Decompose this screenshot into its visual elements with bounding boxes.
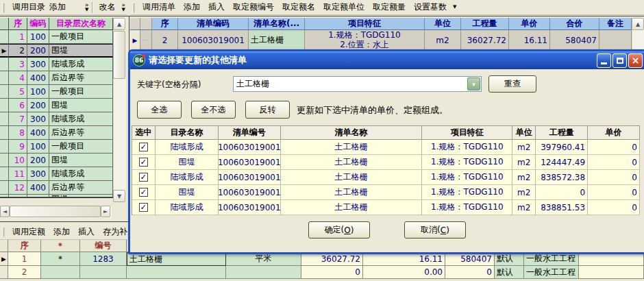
ok-button[interactable]: 确定(O)	[308, 221, 370, 239]
menu-get-quota-number[interactable]: 取定额编号	[229, 1, 278, 14]
col-unit[interactable]: 单位	[512, 126, 536, 140]
toolbar-overflow-icon[interactable]: ▼	[451, 5, 458, 10]
dialog-row[interactable]: ✓ 陆域形成 100603019001 土工格栅 1.规格：TGDG110 m2…	[132, 140, 640, 155]
menu-call-quota[interactable]: 调用定额	[8, 225, 49, 239]
col-list-name[interactable]: 清单名称	[281, 126, 423, 140]
col-qty[interactable]: 工程量	[461, 18, 509, 30]
toolbar-overflow-icon[interactable]: »▼	[119, 3, 127, 12]
dialog-row[interactable]: ✓ 围堤 100603019001 土工格栅 1.规格：TGDG110 m2 1…	[132, 155, 640, 170]
close-button[interactable]: ×	[628, 53, 643, 68]
menu-call-list[interactable]: 调用清单	[138, 1, 179, 14]
col-seq[interactable]: 序	[9, 18, 27, 30]
current-row-marker: ▶	[130, 30, 140, 51]
row-checkbox[interactable]: ✓	[139, 173, 148, 182]
menu-set-base[interactable]: 设置基数	[410, 1, 451, 14]
scroll-up-icon[interactable]: ▲	[113, 18, 125, 30]
catalog-hscroll-thumb[interactable]	[10, 206, 101, 217]
maximize-button[interactable]	[612, 53, 627, 68]
catalog-row[interactable]: 7 300 陆域形成	[0, 112, 113, 126]
col-list-code[interactable]: 清单编号	[219, 126, 281, 140]
row-checkbox[interactable]: ✓	[139, 143, 148, 151]
col-price[interactable]: 单价	[509, 18, 550, 30]
col-seq[interactable]: 序	[8, 240, 41, 252]
catalog-toolbar: 调用目录 添加 »▼ 改名 »▼	[0, 0, 127, 15]
catalog-row[interactable]: 10 200 围堤	[0, 154, 113, 167]
catalog-row[interactable]: 3 300 陆域形成	[0, 58, 113, 71]
menu-get-quota-name[interactable]: 取定额名	[278, 1, 319, 14]
selected-cell[interactable]: 土工格栅	[127, 252, 226, 266]
minimize-button[interactable]	[597, 53, 611, 68]
catalog-row[interactable]: 12 400 后边界等	[0, 181, 113, 195]
menu-get-quota-unit[interactable]: 取定额单位	[319, 1, 369, 14]
catalog-row[interactable]: 4 400 后边界等	[0, 71, 113, 85]
dialog-row[interactable]: ✓ 陆域形成 100603019001 土工格栅 1.规格：TGDG110 m2…	[132, 170, 640, 185]
cancel-button[interactable]: 取消(C)	[404, 221, 466, 239]
row-checkbox[interactable]: ✓	[139, 188, 148, 197]
quota-row[interactable]: ▶ 1 * 1283 土工格栅 平米 36027.72 16.11 580407…	[0, 252, 644, 266]
combo-dropdown-icon[interactable]: ▾	[467, 77, 480, 90]
menu-call-catalog[interactable]: 调用目录	[8, 1, 49, 14]
menu-insert-quota[interactable]: 插入	[74, 225, 99, 239]
catalog-row-partial[interactable]: 围堤	[0, 195, 113, 198]
col-price[interactable]: 单价	[588, 126, 640, 140]
dialog-titlebar[interactable]: 86 请选择要更新的其他清单 ×	[130, 51, 644, 69]
col-code[interactable]: 编码	[27, 18, 49, 30]
toolbar-grip[interactable]	[132, 2, 135, 13]
catalog-row[interactable]: 11 300 陆域形成	[0, 167, 113, 181]
quota-row[interactable]: 2 0 0.00 0 默认 一般水工工程	[0, 266, 644, 279]
col-feature[interactable]: 项目特征	[422, 126, 512, 140]
list-row[interactable]: ▶ ⋯ 2 100603019001 土工格栅 1.规格：TGDG110 2.位…	[130, 30, 632, 51]
row-checkbox[interactable]: ✓	[139, 158, 148, 167]
col-feature[interactable]: 项目特征	[305, 18, 425, 30]
col-dir-name[interactable]: 目录名称	[156, 126, 219, 140]
catalog-row[interactable]: 6 200 围堤	[0, 99, 113, 112]
catalog-row[interactable]: 9 100 一般项目	[0, 140, 113, 154]
menu-add-quota[interactable]: 添加	[49, 225, 74, 239]
row-checkbox[interactable]: ✓	[139, 203, 148, 212]
list-table: 序 清单编码 清单名称(... 项目特征 单位 工程量 单价 合价 备注 ▶ ⋯…	[130, 18, 632, 51]
menu-get-quota-qty[interactable]: 取定额量	[369, 1, 410, 14]
catalog-row-selected[interactable]: ▶ 2 200 围堤	[0, 44, 113, 58]
col-selected[interactable]: 选中	[132, 126, 156, 140]
toolbar-overflow-icon[interactable]: »▼	[83, 3, 91, 12]
app-window: 调用目录 添加 »▼ 改名 »▼ 调用清单 添加 插入 取定额编号 取定额名 取…	[0, 0, 644, 281]
col-qty[interactable]: 工程量	[536, 126, 588, 140]
scroll-up-icon[interactable]: ▲	[632, 18, 644, 30]
scroll-down-icon[interactable]: ▼	[113, 190, 125, 202]
catalog-row[interactable]: 1 100 一般项目	[0, 30, 113, 44]
keyword-combobox[interactable]: 土工格栅 ▾	[233, 76, 482, 92]
current-row-marker: ▶	[0, 252, 8, 266]
menu-add[interactable]: 添加	[179, 1, 204, 14]
col-total[interactable]: 合价	[550, 18, 599, 30]
col-list-code[interactable]: 清单编码	[178, 18, 249, 30]
catalog-vscroll-thumb[interactable]	[113, 31, 125, 79]
app-icon: 86	[133, 54, 145, 66]
menu-add-catalog[interactable]: 添加	[49, 1, 70, 14]
col-code[interactable]: 编号	[80, 240, 127, 252]
toolbar-grip[interactable]	[2, 2, 5, 13]
dialog-row[interactable]: ✓ 陆域形成 100603019001 土工格栅 1.规格：TGDG110 m2…	[132, 200, 640, 215]
invert-selection-button[interactable]: 反转	[245, 101, 290, 119]
requery-button[interactable]: 重查	[488, 75, 536, 93]
col-note[interactable]: 备注	[599, 18, 632, 30]
col-seq[interactable]: 序	[152, 18, 178, 30]
col-star[interactable]: *	[41, 240, 80, 252]
select-all-button[interactable]: 全选	[137, 101, 182, 119]
scroll-right-icon[interactable]: ►	[101, 206, 110, 217]
catalog-table: 序 编码 目录层次名称 1 100 一般项目 ▶ 2 200 围堤 3 300 …	[0, 18, 113, 198]
maximize-icon	[617, 58, 623, 64]
toolbar-grip[interactable]	[2, 226, 5, 237]
col-unit[interactable]: 单位	[425, 18, 461, 30]
col-list-name[interactable]: 清单名称(...	[249, 18, 305, 30]
catalog-row[interactable]: 5 100 一般项目	[0, 85, 113, 99]
catalog-row[interactable]: 8 400 后边界等	[0, 126, 113, 140]
select-none-button[interactable]: 全不选	[191, 101, 236, 119]
dialog-hint: 更新如下选中清单的单价、定额组成。	[297, 104, 448, 117]
menu-rename[interactable]: 改名	[95, 1, 119, 14]
menu-insert[interactable]: 插入	[204, 1, 229, 14]
dialog-row[interactable]: ✓ 围堤 100603019001 土工格栅 1.规格：TGDG110 m2 0…	[132, 185, 640, 200]
toolbar-separator	[92, 2, 93, 13]
col-catalog-name[interactable]: 目录层次名称	[49, 18, 113, 30]
keyword-value: 土工格栅	[234, 78, 467, 90]
scroll-left-icon[interactable]: ◄	[0, 206, 10, 217]
